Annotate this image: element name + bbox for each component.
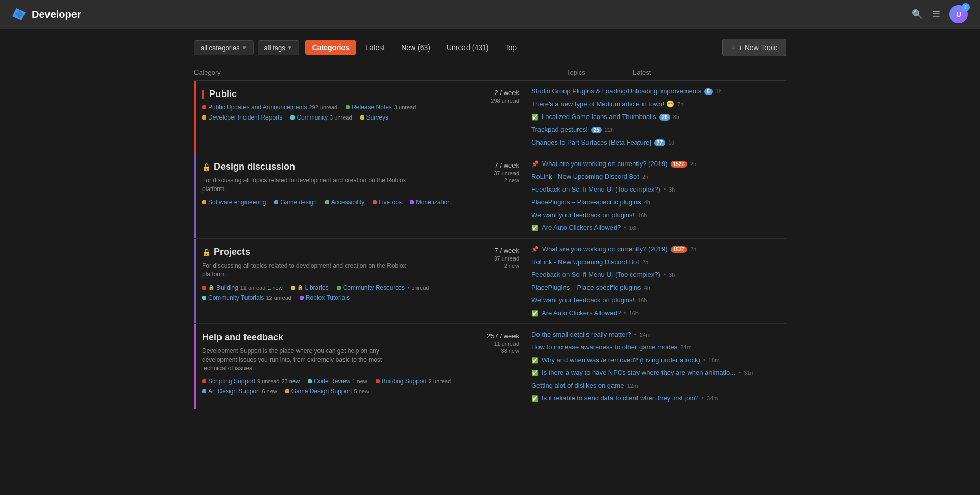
sub-link-game-design[interactable]: Game design	[280, 199, 316, 206]
site-logo-icon[interactable]	[12, 7, 27, 21]
search-icon[interactable]: 🔍	[912, 9, 923, 20]
category-section-design: 🔒 Design discussion For discussing all t…	[194, 153, 786, 239]
topic-link[interactable]: Feedback on Sci-fi Menu UI (Too complex?…	[531, 271, 660, 278]
sub-link-community-tutorials[interactable]: Community Tutorials	[208, 294, 264, 301]
topic-link[interactable]: There's a new type of Medium article in …	[531, 100, 674, 108]
topic-link[interactable]: Trackpad gestures!	[531, 126, 588, 133]
filter-bar: all categories ▼ all tags ▼ Categories L…	[194, 39, 786, 56]
sub-code-review: Code Review 1 new	[308, 378, 368, 385]
sub-dot-icon	[202, 105, 206, 109]
sub-game-design-support: Game Design Support 5 new	[285, 388, 369, 395]
sub-link-accessibility[interactable]: Accessibility	[331, 199, 364, 206]
sub-link-roblox-tutorials[interactable]: Roblox Tutorials	[306, 294, 350, 301]
category-stats-projects: 7 / week 37 unread 2 new	[457, 239, 523, 323]
category-desc-help: Development Support is the place where y…	[202, 347, 406, 372]
sub-link-art-design[interactable]: Art Design Support	[208, 388, 260, 395]
sub-link-liveops[interactable]: Live ops	[379, 199, 402, 206]
sub-dot-icon	[202, 286, 206, 290]
topic-link[interactable]: Are Auto Clickers Allowed?	[542, 224, 621, 231]
sub-community-tutorials: Community Tutorials 12 unread	[202, 294, 291, 301]
topic-link[interactable]: Why and when was /e removed? (Living und…	[542, 356, 700, 364]
tab-categories[interactable]: Categories	[305, 40, 356, 55]
sub-link-building-support[interactable]: Building Support	[382, 378, 427, 385]
topic-link[interactable]: We want your feedback on plugins!	[531, 211, 634, 219]
sub-dot-icon	[410, 200, 414, 204]
sub-link-building[interactable]: Building	[216, 284, 238, 291]
topic-link[interactable]: Do the small details really matter?	[531, 331, 631, 338]
sub-community-resources: Community Resources 7 unread	[337, 284, 429, 291]
sub-link-sw-eng[interactable]: Software engineering	[208, 199, 266, 206]
topic-link[interactable]: We want your feedback on plugins!	[531, 296, 634, 304]
topic-item: Feedback on Sci-fi Menu UI (Too complex?…	[531, 269, 786, 280]
sub-dot-icon	[274, 200, 278, 204]
topic-item: ✅ Are Auto Clickers Allowed? • 16h	[531, 308, 786, 318]
sub-link-surveys[interactable]: Surveys	[366, 114, 388, 121]
tab-latest[interactable]: Latest	[358, 40, 392, 55]
sub-link-monetization[interactable]: Monetization	[416, 199, 451, 206]
sub-dot-icon	[290, 115, 295, 120]
sub-link-public-updates[interactable]: Public Updates and Announcements	[208, 104, 307, 111]
sub-link-libraries[interactable]: Libraries	[305, 284, 329, 291]
sub-dot-icon	[376, 379, 380, 383]
category-desc-design: For discussing all topics related to dev…	[202, 176, 406, 194]
topic-link[interactable]: Studio Group Plugins & Loading/Unloading…	[531, 87, 701, 95]
subcategories-projects: 🔒 Building 11 unread 1 new 🔒 Libraries C…	[202, 284, 457, 301]
category-topics-projects: 📌 What are you working on currently? (20…	[523, 239, 786, 323]
sub-dot-icon	[346, 105, 350, 109]
sub-dot-icon	[202, 389, 206, 393]
nav-tabs: Categories Latest New (63) Unread (431) …	[305, 40, 524, 55]
subcategories-help: Scripting Support 9 unread 23 new Code R…	[202, 378, 457, 395]
category-link-projects[interactable]: Projects	[214, 247, 250, 257]
topic-link[interactable]: Feedback on Sci-fi Menu UI (Too complex?…	[531, 185, 660, 193]
lock-icon: 🔒	[202, 163, 211, 171]
topic-link[interactable]: RoLink - New Upcoming Discord Bot	[531, 258, 639, 266]
topic-link[interactable]: Is there a way to have NPCs stay where t…	[542, 369, 736, 376]
sub-dot-icon	[337, 286, 341, 290]
topic-link[interactable]: Getting alot of dislikes on game	[531, 382, 624, 389]
category-link-help[interactable]: Help and feedback	[202, 332, 283, 343]
pin-icon: 📌	[531, 246, 539, 253]
topic-link[interactable]: PlacePlugins – Place-specific plugins	[531, 284, 641, 291]
site-title: Developer	[32, 9, 81, 20]
category-link-design[interactable]: Design discussion	[214, 161, 295, 172]
sub-link-game-design-support[interactable]: Game Design Support	[291, 388, 352, 395]
topic-link[interactable]: How to increase awareness to other game …	[531, 343, 677, 351]
topic-link[interactable]: Changes to Part Surfaces [Beta Feature]	[531, 138, 651, 146]
topic-link[interactable]: Is it reliable to send data to client wh…	[542, 394, 699, 402]
sub-link-community[interactable]: Community	[297, 114, 328, 121]
sub-libraries: 🔒 Libraries	[291, 284, 329, 291]
topic-link[interactable]: What are you working on currently? (2019…	[542, 160, 668, 168]
topic-item: How to increase awareness to other game …	[531, 342, 786, 352]
user-avatar-button[interactable]: U 1	[949, 5, 968, 23]
topic-item: We want your feedback on plugins! 16h	[531, 295, 786, 305]
topic-badge: 1527	[671, 161, 687, 168]
sub-link-release-notes[interactable]: Release Notes	[352, 104, 392, 111]
categories-filter-button[interactable]: all categories ▼	[194, 40, 254, 55]
topic-link[interactable]: RoLink - New Upcoming Discord Bot	[531, 173, 639, 180]
tab-new[interactable]: New (63)	[394, 40, 437, 55]
tags-filter-button[interactable]: all tags ▼	[258, 40, 299, 55]
sub-dot-icon	[202, 296, 206, 300]
topic-item: ✅ Is there a way to have NPCs stay where…	[531, 367, 786, 378]
topic-badge: 1527	[671, 246, 687, 253]
new-topic-button[interactable]: + + New Topic	[722, 39, 786, 56]
topic-item: Getting alot of dislikes on game 12m	[531, 380, 786, 391]
tab-unread[interactable]: Unread (431)	[439, 40, 496, 55]
sub-link-dev-incident[interactable]: Developer Incident Reports	[208, 114, 282, 121]
sub-dot-icon	[285, 389, 289, 393]
sub-link-code-review[interactable]: Code Review	[314, 378, 350, 385]
tab-top[interactable]: Top	[498, 40, 524, 55]
hamburger-menu-icon[interactable]: ☰	[932, 9, 940, 20]
subcategories-design: Software engineering Game design Accessi…	[202, 199, 457, 206]
topic-link[interactable]: What are you working on currently? (2019…	[542, 245, 668, 253]
sub-link-community-resources[interactable]: Community Resources	[343, 284, 405, 291]
pin-icon: 📌	[531, 160, 539, 168]
topic-link[interactable]: Are Auto Clickers Allowed?	[542, 309, 621, 317]
topic-item: Feedback on Sci-fi Menu UI (Too complex?…	[531, 184, 786, 195]
topic-link[interactable]: Localized Game Icons and Thumbnails	[542, 113, 656, 121]
sub-dot-icon	[291, 286, 295, 290]
sub-release-notes: Release Notes 3 unread	[346, 104, 416, 111]
main-content: all categories ▼ all tags ▼ Categories L…	[184, 29, 796, 419]
topic-link[interactable]: PlacePlugins – Place-specific plugins	[531, 198, 641, 206]
sub-link-scripting[interactable]: Scripting Support	[208, 378, 255, 385]
